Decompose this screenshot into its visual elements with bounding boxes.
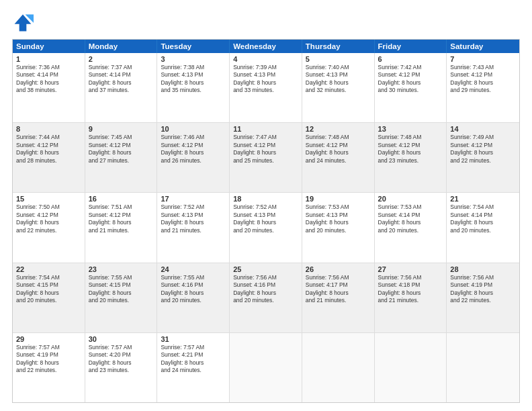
sunset-line: Sunset: 4:16 PM (233, 281, 298, 289)
daylight-line2: and 28 minutes. (16, 157, 81, 165)
calendar-cell: 26 Sunrise: 7:56 AM Sunset: 4:17 PM Dayl… (302, 263, 375, 332)
calendar-cell: 1 Sunrise: 7:36 AM Sunset: 4:14 PM Dayli… (13, 53, 85, 122)
sunrise-line: Sunrise: 7:54 AM (16, 274, 81, 281)
daylight-line1: Daylight: 8 hours (450, 219, 516, 226)
calendar-cell: 7 Sunrise: 7:43 AM Sunset: 4:12 PM Dayli… (447, 53, 519, 122)
day-number: 25 (233, 265, 298, 273)
sunrise-line: Sunrise: 7:56 AM (233, 274, 298, 281)
day-number: 28 (450, 265, 516, 273)
day-number: 12 (306, 125, 371, 133)
weekday-header: Monday (85, 40, 158, 53)
daylight-line1: Daylight: 8 hours (233, 79, 298, 87)
sunset-line: Sunset: 4:14 PM (378, 212, 443, 219)
daylight-line1: Daylight: 8 hours (378, 289, 443, 297)
day-number: 24 (161, 265, 226, 273)
sunset-line: Sunset: 4:14 PM (450, 212, 516, 219)
daylight-line1: Daylight: 8 hours (450, 79, 516, 87)
daylight-line1: Daylight: 8 hours (450, 149, 516, 156)
daylight-line2: and 37 minutes. (89, 87, 154, 94)
day-number: 5 (306, 55, 371, 63)
daylight-line2: and 20 minutes. (233, 227, 298, 234)
sunrise-line: Sunrise: 7:45 AM (89, 134, 154, 141)
day-number: 27 (378, 265, 443, 273)
day-number: 1 (16, 55, 81, 63)
daylight-line1: Daylight: 8 hours (161, 219, 226, 226)
sunrise-line: Sunrise: 7:53 AM (378, 203, 443, 211)
sunrise-line: Sunrise: 7:55 AM (89, 274, 154, 281)
logo (12, 12, 36, 34)
day-number: 26 (306, 265, 371, 273)
daylight-line1: Daylight: 8 hours (161, 79, 226, 87)
day-number: 16 (89, 195, 154, 203)
sunrise-line: Sunrise: 7:57 AM (161, 344, 226, 351)
daylight-line2: and 32 minutes. (306, 87, 371, 94)
daylight-line2: and 20 minutes. (306, 227, 371, 234)
daylight-line2: and 30 minutes. (378, 87, 443, 94)
daylight-line2: and 24 minutes. (161, 367, 226, 374)
daylight-line1: Daylight: 8 hours (89, 359, 154, 367)
sunset-line: Sunset: 4:13 PM (306, 212, 371, 219)
sunset-line: Sunset: 4:18 PM (378, 281, 443, 289)
sunset-line: Sunset: 4:12 PM (161, 142, 226, 149)
calendar-cell: 18 Sunrise: 7:52 AM Sunset: 4:13 PM Dayl… (230, 193, 302, 262)
day-number: 17 (161, 195, 226, 203)
calendar-row: 1 Sunrise: 7:36 AM Sunset: 4:14 PM Dayli… (13, 53, 519, 123)
calendar-cell: 27 Sunrise: 7:56 AM Sunset: 4:18 PM Dayl… (375, 263, 447, 332)
sunrise-line: Sunrise: 7:38 AM (161, 64, 226, 71)
sunset-line: Sunset: 4:12 PM (89, 212, 154, 219)
daylight-line2: and 20 minutes. (233, 297, 298, 304)
day-number: 6 (378, 55, 443, 63)
day-number: 9 (89, 125, 154, 133)
daylight-line2: and 20 minutes. (16, 297, 81, 304)
sunrise-line: Sunrise: 7:50 AM (16, 203, 81, 211)
calendar-cell: 15 Sunrise: 7:50 AM Sunset: 4:12 PM Dayl… (13, 193, 85, 262)
day-number: 8 (16, 125, 81, 133)
daylight-line2: and 25 minutes. (233, 157, 298, 165)
sunrise-line: Sunrise: 7:52 AM (233, 203, 298, 211)
calendar-cell: 29 Sunrise: 7:57 AM Sunset: 4:19 PM Dayl… (13, 333, 85, 402)
sunrise-line: Sunrise: 7:39 AM (233, 64, 298, 71)
sunrise-line: Sunrise: 7:44 AM (16, 134, 81, 141)
sunrise-line: Sunrise: 7:51 AM (89, 203, 154, 211)
sunrise-line: Sunrise: 7:57 AM (89, 344, 154, 351)
sunset-line: Sunset: 4:21 PM (161, 351, 226, 359)
sunrise-line: Sunrise: 7:55 AM (161, 274, 226, 281)
calendar-cell: 11 Sunrise: 7:47 AM Sunset: 4:12 PM Dayl… (230, 123, 302, 192)
calendar-cell: 25 Sunrise: 7:56 AM Sunset: 4:16 PM Dayl… (230, 263, 302, 332)
calendar-cell: 5 Sunrise: 7:40 AM Sunset: 4:13 PM Dayli… (302, 53, 375, 122)
daylight-line1: Daylight: 8 hours (161, 359, 226, 367)
daylight-line2: and 22 minutes. (16, 367, 81, 374)
sunset-line: Sunset: 4:14 PM (89, 71, 154, 79)
calendar-cell: 17 Sunrise: 7:52 AM Sunset: 4:13 PM Dayl… (157, 193, 230, 262)
sunset-line: Sunset: 4:17 PM (306, 281, 371, 289)
day-number: 10 (161, 125, 226, 133)
weekday-header: Sunday (13, 40, 85, 53)
sunrise-line: Sunrise: 7:40 AM (306, 64, 371, 71)
sunrise-line: Sunrise: 7:48 AM (378, 134, 443, 141)
calendar-row: 8 Sunrise: 7:44 AM Sunset: 4:12 PM Dayli… (13, 123, 519, 193)
daylight-line1: Daylight: 8 hours (378, 149, 443, 156)
calendar-cell: 30 Sunrise: 7:57 AM Sunset: 4:20 PM Dayl… (85, 333, 158, 402)
sunset-line: Sunset: 4:15 PM (89, 281, 154, 289)
sunrise-line: Sunrise: 7:36 AM (16, 64, 81, 71)
day-number: 23 (89, 265, 154, 273)
weekday-header: Wednesday (230, 40, 302, 53)
sunrise-line: Sunrise: 7:56 AM (378, 274, 443, 281)
weekday-header: Friday (375, 40, 447, 53)
daylight-line1: Daylight: 8 hours (16, 79, 81, 87)
daylight-line1: Daylight: 8 hours (378, 219, 443, 226)
day-number: 15 (16, 195, 81, 203)
calendar-cell: 31 Sunrise: 7:57 AM Sunset: 4:21 PM Dayl… (157, 333, 230, 402)
weekday-header: Thursday (302, 40, 375, 53)
calendar-header: SundayMondayTuesdayWednesdayThursdayFrid… (13, 40, 519, 53)
calendar-cell: 4 Sunrise: 7:39 AM Sunset: 4:13 PM Dayli… (230, 53, 302, 122)
daylight-line2: and 23 minutes. (89, 367, 154, 374)
calendar-cell: 22 Sunrise: 7:54 AM Sunset: 4:15 PM Dayl… (13, 263, 85, 332)
daylight-line2: and 22 minutes. (450, 157, 516, 165)
header (12, 12, 520, 34)
daylight-line1: Daylight: 8 hours (306, 219, 371, 226)
daylight-line2: and 27 minutes. (89, 157, 154, 165)
calendar-cell (302, 333, 375, 402)
sunset-line: Sunset: 4:16 PM (161, 281, 226, 289)
daylight-line1: Daylight: 8 hours (161, 289, 226, 297)
